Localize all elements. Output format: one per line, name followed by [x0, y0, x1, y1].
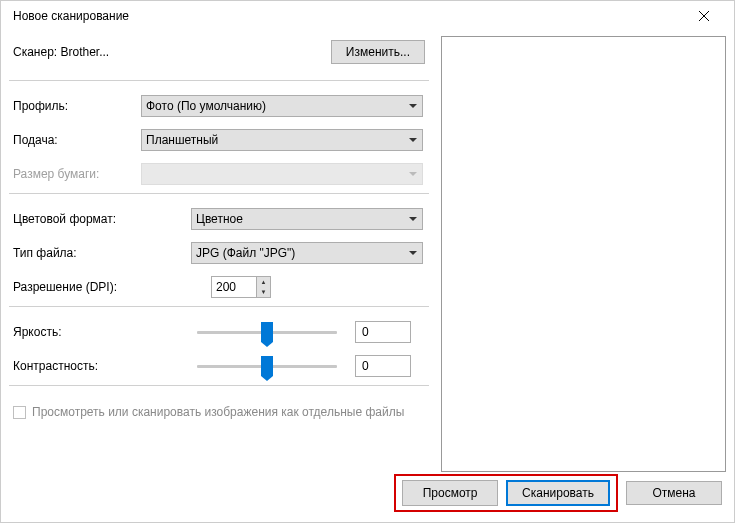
color-format-label: Цветовой формат: — [13, 212, 141, 226]
close-button[interactable] — [682, 2, 726, 30]
brightness-slider[interactable] — [197, 321, 337, 343]
contrast-slider[interactable] — [197, 355, 337, 377]
divider — [9, 385, 429, 386]
slider-thumb-icon[interactable] — [261, 322, 273, 342]
spinner-up-icon[interactable]: ▲ — [257, 277, 270, 287]
file-type-select[interactable]: JPG (Файл "JPG") — [191, 242, 423, 264]
preview-area — [441, 36, 726, 472]
separate-files-label: Просмотреть или сканировать изображения … — [32, 404, 404, 420]
preview-button[interactable]: Просмотр — [402, 480, 498, 506]
profile-select[interactable]: Фото (По умолчанию) — [141, 95, 423, 117]
title-bar: Новое сканирование — [1, 1, 734, 30]
close-icon — [699, 11, 709, 21]
contrast-value[interactable] — [355, 355, 411, 377]
profile-label: Профиль: — [13, 99, 141, 113]
paper-size-select — [141, 163, 423, 185]
cancel-button[interactable]: Отмена — [626, 481, 722, 505]
window-title: Новое сканирование — [13, 9, 682, 23]
slider-thumb-icon[interactable] — [261, 356, 273, 376]
resolution-label: Разрешение (DPI): — [13, 280, 141, 294]
feed-label: Подача: — [13, 133, 141, 147]
divider — [9, 306, 429, 307]
separate-files-checkbox — [13, 406, 26, 419]
feed-select[interactable]: Планшетный — [141, 129, 423, 151]
divider — [9, 193, 429, 194]
change-scanner-button[interactable]: Изменить... — [331, 40, 425, 64]
footer: Просмотр Сканировать Отмена — [9, 472, 726, 514]
divider — [9, 80, 429, 81]
resolution-input[interactable] — [212, 277, 256, 297]
highlight-annotation: Просмотр Сканировать — [394, 474, 618, 512]
brightness-label: Яркость: — [13, 325, 141, 339]
settings-pane: Сканер: Brother... Изменить... Профиль: … — [9, 34, 429, 472]
scanner-label: Сканер: Brother... — [13, 45, 109, 59]
scan-dialog: Новое сканирование Сканер: Brother... Из… — [0, 0, 735, 523]
contrast-label: Контрастность: — [13, 359, 141, 373]
resolution-spinner[interactable]: ▲ ▼ — [211, 276, 271, 298]
paper-size-label: Размер бумаги: — [13, 167, 141, 181]
spinner-down-icon[interactable]: ▼ — [257, 287, 270, 297]
brightness-value[interactable] — [355, 321, 411, 343]
file-type-label: Тип файла: — [13, 246, 141, 260]
scan-button[interactable]: Сканировать — [506, 480, 610, 506]
color-format-select[interactable]: Цветное — [191, 208, 423, 230]
